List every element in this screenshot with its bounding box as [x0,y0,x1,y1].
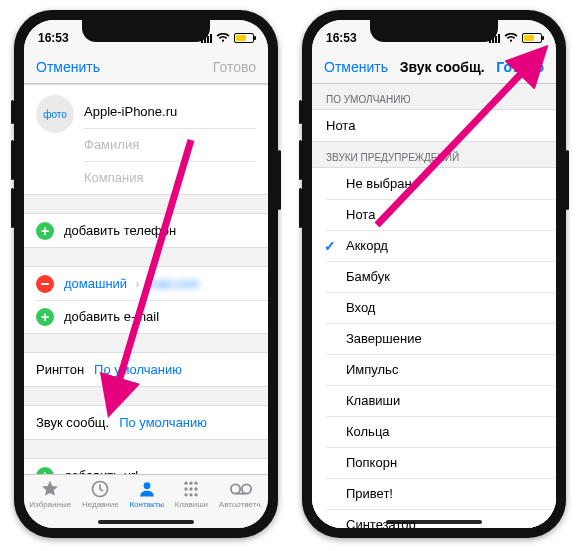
add-phone-label: добавить телефон [64,223,176,238]
svg-point-5 [185,487,188,490]
email-value[interactable]: mail.com [147,276,199,291]
ringtone-value: По умолчанию [94,362,182,377]
svg-point-1 [143,482,150,489]
tab-recents[interactable]: Недавние [82,479,119,509]
tone-option[interactable]: Бамбук [312,261,556,292]
tone-label: Не выбран [346,176,412,191]
tone-option[interactable]: Клавиши [312,385,556,416]
done-button: Готово [213,59,256,75]
tone-option[interactable]: Завершение [312,323,556,354]
svg-point-3 [190,482,193,485]
phone-right: 16:53 Отменить Звук сообщ. Готово ПО УМО… [302,10,566,538]
battery-icon [234,33,254,43]
plus-icon: + [36,222,54,240]
tab-contacts[interactable]: Контакты [129,479,164,509]
tone-picker[interactable]: ПО УМОЛЧАНИЮ Нота ЗВУКИ ПРЕДУПРЕЖДЕНИЙ Н… [312,84,556,528]
svg-point-6 [190,487,193,490]
tone-list: Не выбранНота✓АккордБамбукВходЗавершение… [312,167,556,528]
notch [370,20,498,42]
plus-icon: + [36,308,54,326]
tone-option[interactable]: Кольца [312,416,556,447]
tone-label: Аккорд [346,238,388,253]
add-email-label: добавить e-mail [64,309,159,324]
minus-icon [36,275,54,293]
text-tone-key: Звук сообщ. [36,415,109,430]
home-indicator[interactable] [386,520,482,524]
svg-point-2 [185,482,188,485]
battery-icon [522,33,542,43]
tab-keypad[interactable]: Клавиши [175,479,208,509]
screen-right: 16:53 Отменить Звук сообщ. Готово ПО УМО… [312,20,556,528]
photo-button[interactable]: фото [36,95,74,133]
voicemail-icon [230,479,252,499]
tone-option[interactable]: Импульс [312,354,556,385]
done-button[interactable]: Готово [496,59,544,75]
tone-label: Бамбук [346,269,390,284]
status-time: 16:53 [38,31,69,45]
navbar: Отменить Готово [24,50,268,84]
tone-option[interactable]: Попкорн [312,447,556,478]
phone-left: 16:53 Отменить Готово фото Apple-iPho [14,10,278,538]
tone-label: Импульс [346,362,398,377]
tone-option[interactable]: ✓Аккорд [312,230,556,261]
tab-voicemail[interactable]: Автоответч. [219,479,263,509]
add-email-row[interactable]: + добавить e-mail [24,300,268,333]
svg-point-8 [185,493,188,496]
status-icons [201,33,254,43]
screen-left: 16:53 Отменить Готово фото Apple-iPho [24,20,268,528]
home-indicator[interactable] [98,520,194,524]
tone-label: Завершение [346,331,422,346]
tone-label: Вход [346,300,375,315]
person-icon [136,479,158,499]
tone-option[interactable]: Синтезатор [312,509,556,528]
svg-point-4 [195,482,198,485]
cancel-button[interactable]: Отменить [324,59,388,75]
section-default: ПО УМОЛЧАНИЮ [312,84,556,109]
status-time: 16:53 [326,31,357,45]
last-name-field[interactable]: Фамилия [84,137,139,152]
tone-label: Клавиши [346,393,400,408]
company-field[interactable]: Компания [84,170,144,185]
tone-option[interactable]: Привет! [312,478,556,509]
tone-option[interactable]: Вход [312,292,556,323]
notch [82,20,210,42]
tone-label: Нота [346,207,375,222]
svg-point-9 [190,493,193,496]
email-label[interactable]: домашний [64,276,127,291]
status-icons [489,33,542,43]
tone-label: Попкорн [346,455,397,470]
tone-option-default[interactable]: Нота [312,110,556,141]
tone-label: Привет! [346,486,393,501]
svg-point-10 [195,493,198,496]
tone-option[interactable]: Нота [312,199,556,230]
wifi-icon [504,33,518,43]
photo-label: фото [43,109,67,120]
cancel-button[interactable]: Отменить [36,59,100,75]
tone-label: Кольца [346,424,390,439]
keypad-icon [180,479,202,499]
svg-point-7 [195,487,198,490]
add-phone-row[interactable]: + добавить телефон [24,214,268,247]
svg-point-12 [242,484,251,493]
ringtone-key: Рингтон [36,362,84,377]
nav-title: Звук сообщ. [400,59,485,75]
text-tone-value: По умолчанию [119,415,207,430]
tab-favorites[interactable]: Избранные [29,479,71,509]
clock-icon [89,479,111,499]
tab-bar: Избранные Недавние Контакты Клавиши Авто… [24,474,268,528]
tone-option[interactable]: Не выбран [312,168,556,199]
star-icon [39,479,61,499]
wifi-icon [216,33,230,43]
edit-contact-form: фото Apple-iPhone.ru Фамилия Компания + … [24,84,268,493]
first-name-field[interactable]: Apple-iPhone.ru [84,104,177,119]
section-alerts: ЗВУКИ ПРЕДУПРЕЖДЕНИЙ [312,142,556,167]
svg-point-11 [231,484,240,493]
email-row[interactable]: домашний › mail.com [24,267,268,300]
checkmark-icon: ✓ [324,238,336,254]
tone-label: Нота [326,118,355,133]
ringtone-row[interactable]: Рингтон По умолчанию [24,353,268,386]
text-tone-row[interactable]: Звук сообщ. По умолчанию [24,406,268,439]
navbar: Отменить Звук сообщ. Готово [312,50,556,84]
